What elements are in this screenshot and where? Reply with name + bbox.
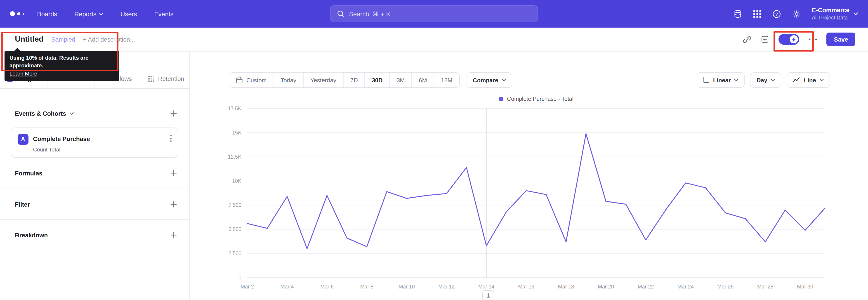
learn-more-link[interactable]: Learn More	[9, 70, 37, 78]
divider	[0, 219, 189, 220]
help-icon[interactable]: ?	[772, 9, 781, 18]
svg-text:17.5K: 17.5K	[228, 106, 242, 112]
range-yesterday-button[interactable]: Yesterday	[303, 73, 343, 87]
range-3m-button[interactable]: 3M	[390, 73, 412, 87]
section-breakdown: Breakdown	[15, 230, 177, 241]
apps-grid-icon[interactable]	[753, 10, 761, 18]
svg-text:Mar 4: Mar 4	[281, 284, 294, 290]
nav-item-label: Reports	[74, 10, 96, 18]
svg-text:Mar 26: Mar 26	[717, 284, 734, 290]
section-label: Filter	[15, 201, 30, 208]
svg-text:0: 0	[239, 275, 241, 280]
tab-label: Retention	[158, 75, 184, 82]
section-filter: Filter	[15, 199, 177, 210]
chevron-down-icon	[771, 79, 775, 81]
logo-dot-icon	[10, 11, 15, 16]
scale-select[interactable]: Linear	[697, 72, 745, 88]
svg-text:Mar 18: Mar 18	[558, 284, 574, 290]
chart-type-select[interactable]: Line	[787, 72, 830, 88]
svg-text:Mar 6: Mar 6	[320, 284, 334, 290]
query-builder-sidebar: Insights Funnels Flows Retention Events	[0, 52, 190, 300]
calendar-icon	[236, 77, 243, 83]
add-formula-button[interactable]	[170, 170, 177, 176]
add-description[interactable]: + Add description...	[83, 36, 135, 43]
more-options-icon[interactable]	[809, 38, 817, 40]
mixpanel-logo[interactable]	[10, 11, 24, 16]
scale-label: Linear	[713, 77, 731, 83]
divider	[0, 188, 189, 189]
chevron-down-icon	[99, 12, 103, 15]
nav-item-users[interactable]: Users	[121, 10, 137, 18]
granularity-select[interactable]: Day	[750, 72, 781, 88]
chart-pagination[interactable]: 1	[483, 290, 494, 300]
chart-toolbar: Custom Today Yesterday 7D 30D 3M 6M 12M …	[229, 72, 830, 88]
nav-item-reports[interactable]: Reports	[74, 10, 103, 18]
add-event-button[interactable]	[170, 110, 177, 117]
project-name: E-Commerce	[812, 7, 849, 14]
event-metric[interactable]: Count Total	[33, 147, 60, 153]
sampled-badge[interactable]: Sampled	[51, 36, 75, 43]
granularity-label: Day	[756, 77, 767, 83]
settings-gear-icon[interactable]	[792, 9, 801, 18]
nav-item-label: Events	[154, 10, 174, 18]
logo-dot-icon	[23, 13, 24, 15]
nav-item-boards[interactable]: Boards	[37, 10, 57, 18]
project-switcher[interactable]: E-Commerce All Project Data	[812, 7, 858, 21]
svg-text:Mar 22: Mar 22	[638, 284, 654, 290]
section-formulas: Formulas	[15, 168, 177, 179]
add-to-board-icon[interactable]	[761, 35, 769, 43]
range-custom-button[interactable]: Custom	[229, 73, 274, 87]
range-today-button[interactable]: Today	[274, 73, 303, 87]
data-explorer-icon[interactable]	[733, 9, 742, 18]
nav-item-events[interactable]: Events	[154, 10, 174, 18]
range-30d-button[interactable]: 30D	[365, 73, 390, 87]
legend-label: Complete Purchase - Total	[507, 96, 574, 102]
section-label: Breakdown	[15, 232, 48, 239]
nav-item-label: Boards	[37, 10, 57, 18]
compare-label: Compare	[473, 77, 498, 83]
app-window: Boards Reports Users Events ? E-Commerce…	[0, 0, 868, 300]
range-12m-button[interactable]: 12M	[434, 73, 459, 87]
range-label: 12M	[441, 77, 453, 83]
search-icon	[337, 10, 344, 18]
chart-type-label: Line	[804, 77, 816, 83]
chart-panel: Custom Today Yesterday 7D 30D 3M 6M 12M …	[190, 52, 868, 300]
chart-legend[interactable]: Complete Purchase - Total	[247, 96, 825, 102]
range-7d-button[interactable]: 7D	[343, 73, 365, 87]
toggle-knob	[790, 35, 798, 43]
line-chart-icon	[793, 77, 800, 83]
chevron-down-icon	[735, 79, 739, 81]
range-6m-button[interactable]: 6M	[412, 73, 434, 87]
report-header: Untitled Sampled + Add description... Sa…	[0, 28, 868, 52]
event-card-complete-purchase[interactable]: A Complete Purchase Count Total	[11, 127, 178, 158]
svg-text:Mar 12: Mar 12	[438, 284, 455, 290]
insights-line-chart[interactable]: 02,5005,0007,50010K12.5K15K17.5KMar 2Mar…	[190, 104, 868, 300]
kebab-icon[interactable]	[170, 135, 172, 142]
range-label: Yesterday	[310, 77, 336, 83]
range-label: 6M	[419, 77, 427, 83]
nav-right-cluster: ? E-Commerce All Project Data	[733, 7, 858, 21]
chevron-down-icon	[854, 12, 858, 16]
share-link-icon[interactable]	[743, 35, 752, 43]
top-nav: Boards Reports Users Events ? E-Commerce…	[0, 0, 868, 28]
logo-dot-icon	[17, 12, 20, 16]
svg-text:2,500: 2,500	[228, 250, 241, 257]
events-cohorts-toggle[interactable]: Events & Cohorts	[15, 110, 74, 117]
add-filter-button[interactable]	[170, 201, 177, 208]
range-label: 7D	[350, 77, 358, 83]
save-button[interactable]: Save	[827, 33, 855, 46]
tab-retention[interactable]: Retention	[143, 69, 189, 88]
add-breakdown-button[interactable]	[170, 232, 177, 238]
svg-text:Mar 10: Mar 10	[399, 284, 415, 290]
svg-text:Mar 30: Mar 30	[797, 284, 813, 290]
svg-text:Mar 28: Mar 28	[757, 284, 774, 290]
compare-button[interactable]: Compare	[467, 72, 513, 88]
axis-icon	[703, 77, 710, 83]
search-input[interactable]	[349, 10, 531, 18]
event-avatar: A	[18, 134, 29, 145]
sampling-toggle[interactable]	[779, 34, 800, 45]
svg-text:Mar 8: Mar 8	[360, 284, 373, 290]
report-title[interactable]: Untitled	[15, 35, 43, 44]
global-search[interactable]	[330, 5, 538, 22]
project-subtitle: All Project Data	[812, 14, 849, 21]
